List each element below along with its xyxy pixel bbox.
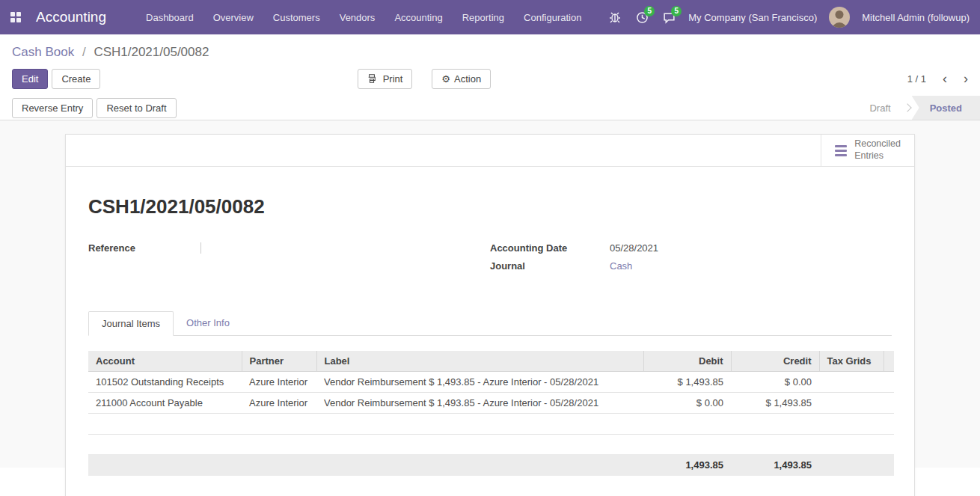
cell-debit: $ 1,493.85: [643, 372, 731, 393]
column-header-partner[interactable]: Partner: [242, 351, 316, 372]
company-switcher[interactable]: My Company (San Francisco): [688, 12, 817, 23]
edit-button[interactable]: Edit: [12, 69, 48, 89]
nav-item-dashboard[interactable]: Dashboard: [138, 7, 202, 28]
accounting-date-label: Accounting Date: [490, 242, 610, 254]
column-header-tax-grids[interactable]: Tax Grids: [819, 351, 883, 372]
total-credit: 1,493.85: [731, 454, 819, 476]
cell-credit: $ 1,493.85: [731, 393, 819, 414]
create-button[interactable]: Create: [52, 69, 100, 89]
pager-previous-icon[interactable]: ‹: [943, 72, 947, 85]
control-panel: Edit Create Print ⚙Action 1 / 1 ‹ ›: [0, 61, 980, 96]
button-box: Reconciled Entries: [66, 135, 914, 167]
table-empty-row: [88, 414, 894, 435]
form-statusbar: Reverse Entry Reset to Draft Draft Poste…: [0, 96, 980, 120]
table-row[interactable]: 101502 Outstanding Receipts Azure Interi…: [88, 372, 894, 393]
print-button[interactable]: Print: [358, 69, 412, 89]
accounting-date-value: 05/28/2021: [610, 242, 658, 254]
cell-tax-grids: [819, 393, 883, 414]
pager-count: 1 / 1: [907, 73, 926, 85]
totals-row: 1,493.85 1,493.85: [88, 454, 894, 476]
action-button[interactable]: ⚙Action: [432, 69, 491, 89]
breadcrumb-parent[interactable]: Cash Book: [12, 45, 74, 59]
activity-count-badge: 5: [644, 6, 655, 16]
cell-account: 101502 Outstanding Receipts: [88, 372, 242, 393]
app-name[interactable]: Accounting: [36, 9, 106, 25]
breadcrumb-current: CSH1/2021/05/0082: [94, 45, 209, 59]
cell-label: Vendor Reimbursement $ 1,493.85 - Azure …: [316, 393, 643, 414]
nav-systray: 5 5 My Company (San Francisco) Mitchell …: [607, 7, 970, 28]
nav-item-overview[interactable]: Overview: [205, 7, 262, 28]
state-arrow-icon: [903, 103, 911, 111]
form-view: Reconciled Entries CSH1/2021/05/0082 Ref…: [0, 120, 980, 468]
pager-next-icon[interactable]: ›: [964, 72, 968, 85]
notebook-tabs: Journal Items Other Info: [88, 311, 892, 336]
cell-tax-grids: [819, 372, 883, 393]
breadcrumb: Cash Book / CSH1/2021/05/0082: [0, 34, 980, 61]
column-header-label[interactable]: Label: [316, 351, 643, 372]
printer-icon: [367, 73, 379, 85]
debug-bug-icon[interactable]: [607, 10, 622, 25]
journal-items-table: Account Partner Label Debit Credit Tax G…: [88, 351, 894, 435]
nav-item-configuration[interactable]: Configuration: [515, 7, 589, 28]
nav-item-reporting[interactable]: Reporting: [454, 7, 512, 28]
journal-label: Journal: [490, 260, 610, 272]
journal-lines-icon: [835, 145, 847, 156]
cell-partner: Azure Interior: [242, 393, 316, 414]
gear-icon: ⚙: [441, 73, 450, 85]
top-nav: Accounting Dashboard Overview Customers …: [0, 0, 980, 34]
field-group: Reference Accounting Date 05/28/2021 Jou…: [88, 242, 892, 278]
reset-to-draft-button[interactable]: Reset to Draft: [97, 98, 176, 118]
column-header-credit[interactable]: Credit: [731, 351, 819, 372]
cell-partner: Azure Interior: [242, 372, 316, 393]
breadcrumb-separator: /: [82, 45, 86, 59]
cell-debit: $ 0.00: [643, 393, 731, 414]
nav-item-accounting[interactable]: Accounting: [386, 7, 450, 28]
sheet: Reconciled Entries CSH1/2021/05/0082 Ref…: [65, 134, 915, 496]
messages-chat-icon[interactable]: 5: [661, 10, 676, 25]
reference-field[interactable]: [200, 242, 201, 254]
message-count-badge: 5: [671, 6, 682, 16]
activity-clock-icon[interactable]: 5: [634, 10, 649, 25]
nav-item-vendors[interactable]: Vendors: [331, 7, 384, 28]
table-row[interactable]: 211000 Account Payable Azure Interior Ve…: [88, 393, 894, 414]
reverse-entry-button[interactable]: Reverse Entry: [12, 98, 93, 118]
reference-label: Reference: [88, 242, 200, 254]
total-debit: 1,493.85: [643, 454, 731, 476]
nav-item-customers[interactable]: Customers: [265, 7, 328, 28]
apps-menu-icon[interactable]: [10, 12, 21, 22]
user-avatar[interactable]: [829, 7, 850, 28]
document-title: CSH1/2021/05/0082: [88, 195, 892, 218]
tab-journal-items[interactable]: Journal Items: [88, 311, 174, 336]
state-draft[interactable]: Draft: [857, 96, 902, 120]
state-posted[interactable]: Posted: [912, 96, 980, 120]
column-header-debit[interactable]: Debit: [643, 351, 731, 372]
table-header-row: Account Partner Label Debit Credit Tax G…: [88, 351, 894, 372]
cell-credit: $ 0.00: [731, 372, 819, 393]
reconciled-entries-label-line1: Reconciled: [854, 138, 901, 149]
journal-value-link[interactable]: Cash: [610, 260, 632, 272]
cell-label: Vendor Reimbursement $ 1,493.85 - Azure …: [316, 372, 643, 393]
tab-other-info[interactable]: Other Info: [174, 311, 242, 335]
state-widget: Draft Posted: [857, 96, 980, 120]
cell-account: 211000 Account Payable: [88, 393, 242, 414]
column-header-account[interactable]: Account: [88, 351, 242, 372]
pager: 1 / 1 ‹ ›: [907, 72, 968, 85]
optional-columns-toggle-icon[interactable]: ⋮: [883, 351, 894, 372]
reconciled-entries-button[interactable]: Reconciled Entries: [821, 135, 914, 166]
app-menu: Dashboard Overview Customers Vendors Acc…: [138, 7, 589, 28]
user-menu[interactable]: Mitchell Admin (followup): [862, 12, 970, 23]
reconciled-entries-label-line2: Entries: [854, 150, 883, 161]
